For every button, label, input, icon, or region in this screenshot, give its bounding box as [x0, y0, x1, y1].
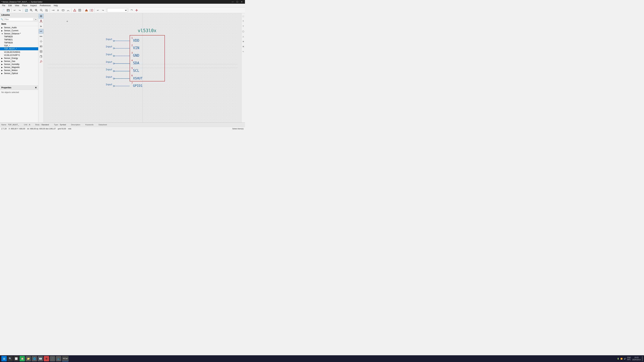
svg-text:Input: Input — [106, 53, 112, 56]
right-tool-3[interactable]: T — [242, 24, 245, 28]
zoom-in-button[interactable] — [34, 8, 39, 12]
properties-panel: Properties ✕ No objects selected — [0, 86, 38, 122]
no-objects-text: No objects selected — [0, 90, 38, 95]
tree-item-tof-nuut[interactable]: TOF_NUUT_* — [0, 47, 38, 51]
tree-item-tof[interactable]: TOF_* — [0, 44, 38, 47]
units-mm-button[interactable]: mm — [39, 34, 44, 39]
zoom-fit-button[interactable] — [39, 8, 44, 12]
undo2-button[interactable]: ↩ — [96, 8, 100, 12]
menu-file[interactable]: File — [1, 4, 6, 7]
refresh-button[interactable]: 🔄 — [24, 8, 28, 12]
svg-text:4: 4 — [132, 59, 133, 62]
titlebar: * Sensor_Distance:TOF_NUUT_ — Symbol Edi… — [0, 0, 245, 4]
tree-item-sensor-gas[interactable]: ▶ Sensor_Gas — [0, 60, 38, 63]
tree-item-tmf8820[interactable]: TMF8820 — [0, 35, 38, 38]
right-tool-1[interactable]: ⬚ — [242, 14, 245, 18]
tree-item-sensor-magnetic[interactable]: ▶ Sensor_Magnetic — [0, 66, 38, 69]
left-vtoolbar: in mil mm — [38, 13, 44, 122]
desc-col: Description — [71, 124, 80, 126]
canvas-area[interactable]: vl53l0x Input 1 VDD Input 2 VIN Input 3 … — [44, 13, 241, 122]
svg-text:6: 6 — [132, 74, 133, 77]
svg-text:Input: Input — [106, 83, 112, 86]
right-vtoolbar: ⬚ T T ◯ △ ⊕ ⊞ ↖ — [241, 13, 245, 122]
units-mil-button[interactable]: mil — [39, 29, 44, 34]
properties-close-button[interactable]: ✕ — [35, 86, 37, 89]
menu-inspect[interactable]: Inspect — [29, 4, 38, 7]
tree-item-vl53l1[interactable]: VL53L1CXV0FY1 — [0, 54, 38, 57]
tree-item-sensor-energy[interactable]: ▶ Sensor_Energy — [0, 57, 38, 60]
menu-preferences[interactable]: Preferences — [38, 4, 52, 7]
export-button[interactable]: 📤 — [84, 8, 89, 12]
wrench-button[interactable] — [39, 59, 44, 64]
redo2-button[interactable]: ↪ — [100, 8, 105, 12]
svg-text:SCL: SCL — [133, 69, 139, 73]
tree-item-sensor-current[interactable]: ▶ Sensor_Current — [0, 29, 38, 32]
tree-item-sensor-humidity[interactable]: ▶ Sensor_Humidity — [0, 63, 38, 66]
draw-arc-button[interactable] — [66, 8, 70, 12]
tree-item-sensor-motion[interactable]: ▶ Sensor_Motion — [0, 69, 38, 72]
right-tool-6[interactable]: ⊕ — [242, 39, 245, 44]
minimize-button[interactable]: — — [231, 1, 235, 3]
copy-button[interactable] — [39, 54, 44, 59]
pin-conflict-button[interactable]: □! — [89, 8, 94, 12]
svg-text:Input: Input — [106, 46, 112, 48]
zoom-area-button[interactable] — [44, 8, 49, 12]
svg-text:SDA: SDA — [133, 61, 139, 65]
run-erc-button[interactable]: ! — [72, 8, 77, 12]
svg-text:Input: Input — [106, 68, 112, 71]
draw-pin-button[interactable] — [51, 8, 55, 12]
menu-view[interactable]: View — [14, 4, 20, 7]
save-button[interactable]: 💾 — [6, 8, 10, 12]
tree-item-sensor-distance[interactable]: ▼ Sensor_Distance * — [0, 32, 38, 35]
right-tool-5[interactable]: △ — [242, 34, 245, 39]
tree-item-tmf8821[interactable]: TMF8821 — [0, 38, 38, 41]
units-in-button[interactable]: in — [39, 24, 44, 28]
right-tool-7[interactable]: ⊞ — [242, 44, 245, 49]
svg-text:!: ! — [74, 10, 75, 11]
toolbar-sep4 — [71, 8, 72, 12]
zoom-coord: Z 7,29 — [1, 128, 6, 130]
svg-line-4 — [37, 10, 38, 12]
item-header: Item — [0, 22, 38, 26]
undo-button[interactable]: ↩ — [12, 8, 17, 12]
menu-edit[interactable]: Edit — [7, 4, 13, 7]
x-coord: X -900,00 Y -600,00 — [8, 128, 25, 130]
unit-dropdown[interactable] — [107, 8, 127, 12]
pin-button[interactable] — [39, 44, 44, 49]
redo-button[interactable]: ↪ — [17, 8, 22, 12]
table-button[interactable] — [78, 8, 82, 12]
statusbar: Z 7,29 X -900,00 Y -600,00 dx -900,00 dy… — [0, 126, 245, 130]
svg-text:2: 2 — [132, 44, 133, 46]
tree-item-sensor-audio[interactable]: ▶ Sensor_Audio — [0, 26, 38, 29]
draw-rect-button[interactable] — [61, 8, 66, 12]
view-table-button[interactable] — [39, 49, 44, 54]
settings-button[interactable] — [134, 8, 139, 12]
new-button[interactable]: 📄 — [1, 8, 6, 12]
sync-button[interactable] — [129, 8, 134, 12]
svg-text:vl53l0x: vl53l0x — [138, 28, 156, 33]
zoom-out-button[interactable] — [29, 8, 34, 12]
filter-input[interactable] — [4, 18, 34, 21]
add-text-button[interactable]: A — [56, 8, 60, 12]
close-button[interactable]: ✕ — [240, 1, 244, 3]
tree-item-sensor-optical[interactable]: ▶ Sensor_Optical — [0, 72, 38, 75]
right-tool-4[interactable]: ◯ — [242, 29, 245, 34]
svg-rect-50 — [40, 56, 42, 58]
maximize-button[interactable]: ☐ — [235, 1, 239, 3]
cursor-button[interactable] — [39, 39, 44, 44]
tree-item-tmf8828[interactable]: TMF8828 — [0, 41, 38, 44]
svg-point-38 — [40, 20, 42, 21]
menu-place[interactable]: Place — [21, 4, 28, 7]
right-tool-2[interactable]: T — [242, 19, 245, 24]
person-button[interactable] — [39, 19, 44, 24]
filter-options-button[interactable]: ≡ — [34, 18, 38, 21]
unit-info: mils — [68, 128, 71, 130]
library-search: 🔍 ≡ — [0, 17, 38, 22]
tree-item-vl53l0[interactable]: VL53L0CXV0DH1 — [0, 51, 38, 54]
titlebar-controls: — ☐ ✕ — [231, 1, 244, 3]
datasheet-col: Datasheet — [98, 124, 107, 126]
grid-button[interactable] — [39, 14, 44, 18]
menu-help[interactable]: Help — [52, 4, 59, 7]
right-tool-8[interactable]: ↖ — [242, 49, 245, 54]
library-tree: ▶ Sensor_Audio ▶ Sensor_Current ▼ Sensor… — [0, 26, 38, 86]
